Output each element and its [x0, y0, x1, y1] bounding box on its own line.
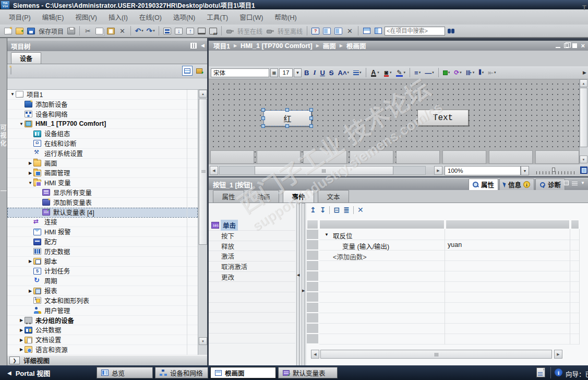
tree-item[interactable]: 在线和诊断: [7, 139, 198, 149]
menu-item-2[interactable]: 视图(V): [69, 10, 103, 24]
event-row[interactable]: [209, 292, 295, 303]
menu-item-6[interactable]: 工具(T): [201, 10, 234, 24]
cut-button[interactable]: ✂: [83, 26, 93, 36]
zoom-level-select[interactable]: 100%: [445, 166, 521, 175]
remove-split-button[interactable]: ✕: [345, 26, 355, 36]
scroll-right-icon[interactable]: ▶: [554, 350, 562, 359]
tree-item[interactable]: 用户管理: [7, 306, 198, 316]
start-simulation-button[interactable]: [208, 26, 218, 36]
project-search-input[interactable]: [385, 27, 445, 35]
font-size-dropdown-icon[interactable]: ▼: [294, 68, 302, 77]
close-icon[interactable]: ×: [581, 43, 585, 48]
expand-all-button[interactable]: ⊟: [333, 206, 340, 214]
panel-list-icon[interactable]: [572, 181, 578, 185]
tree-item[interactable]: ▶语言和资源: [7, 345, 198, 355]
row-gutter-cell[interactable]: [307, 324, 318, 334]
window-restore-button[interactable]: [322, 26, 332, 36]
tree-item[interactable]: 计划任务: [7, 267, 198, 277]
canvas-vertical-scrollbar[interactable]: ▲▼: [579, 79, 588, 164]
row-gutter-cell[interactable]: [307, 313, 318, 323]
view-tab-2[interactable]: 诊断: [535, 179, 565, 190]
zoom-dropdown-icon[interactable]: ▼: [521, 166, 529, 175]
tree-item[interactable]: ▼HMI 变量: [7, 178, 198, 188]
more-tools-icon[interactable]: ▶: [583, 70, 586, 75]
tree-expander-icon[interactable]: ▶: [27, 161, 33, 165]
redo-button[interactable]: ↷▾: [146, 26, 155, 36]
tree-expander-icon[interactable]: ▶: [18, 338, 25, 342]
collapse-right-icon[interactable]: ▶: [302, 289, 305, 293]
row-gutter-cell[interactable]: [307, 230, 318, 240]
export-button[interactable]: [194, 66, 205, 76]
tree-expander-icon[interactable]: ▼: [18, 122, 25, 126]
border-color-button[interactable]: ✎▾: [394, 69, 407, 76]
tree-item[interactable]: ▶画面: [7, 159, 198, 169]
paste-button[interactable]: [106, 26, 116, 36]
scroll-left-icon[interactable]: ◀: [311, 350, 319, 359]
table-scroll-thumb[interactable]: [320, 350, 552, 359]
strikethrough-button[interactable]: S: [328, 69, 335, 77]
menu-item-3[interactable]: 插入(I): [103, 10, 134, 24]
collapse-panel-icon[interactable]: ◀: [201, 43, 205, 49]
menu-item-8[interactable]: 帮助(H): [269, 10, 302, 24]
tree-item[interactable]: 运行系统设置: [7, 149, 198, 159]
columns-icon[interactable]: [190, 43, 197, 49]
taskbar-button-3[interactable]: 默认变量表: [278, 367, 338, 378]
portal-view-button[interactable]: ◀ Portal 视图: [7, 368, 50, 378]
table-header-cell[interactable]: [571, 220, 579, 229]
event-row[interactable]: [209, 323, 295, 334]
row-gutter-cell[interactable]: [307, 240, 318, 250]
tree-item[interactable]: ▶报表: [7, 286, 198, 296]
tab-3[interactable]: 文本: [318, 190, 349, 203]
details-view-bar[interactable]: ❯ 详细视图: [7, 355, 207, 365]
maximize-icon[interactable]: [572, 43, 577, 48]
tree-item[interactable]: ▶公共数据: [7, 325, 198, 335]
menu-item-7[interactable]: 窗口(W): [234, 10, 269, 24]
scroll-left-icon[interactable]: ◀: [210, 166, 218, 175]
tree-scroll-thumb[interactable]: [199, 99, 207, 245]
tab-0[interactable]: 属性: [213, 190, 244, 203]
menu-item-1[interactable]: 编辑(E): [37, 10, 70, 24]
rotate-button[interactable]: ⟳▾: [452, 69, 463, 76]
tree-item[interactable]: 添加新变量表: [7, 198, 198, 208]
screen-canvas[interactable]: 红Text: [209, 79, 579, 164]
splitter-bar[interactable]: [302, 203, 305, 366]
object-color-button[interactable]: ▾: [441, 70, 452, 75]
row-gutter-cell[interactable]: [307, 251, 318, 260]
devices-tab[interactable]: 设备: [11, 52, 41, 64]
font-size-select[interactable]: 17: [279, 68, 293, 77]
tree-item[interactable]: 默认变量表 [4]: [7, 208, 198, 218]
tab-1[interactable]: 动画: [248, 190, 279, 203]
group-expander-icon[interactable]: ▼: [325, 232, 329, 237]
view-tab-0[interactable]: 属性: [469, 179, 498, 190]
canvas-scroll-thumb[interactable]: [255, 166, 393, 175]
download-button[interactable]: [174, 26, 184, 36]
breadcrumb-segment[interactable]: 项目1: [213, 41, 230, 51]
collapse-all-button[interactable]: ≣: [343, 206, 350, 214]
tree-item[interactable]: 周期: [7, 276, 198, 286]
tree-item[interactable]: 配方: [7, 237, 198, 247]
tree-item[interactable]: 添加新设备: [7, 100, 198, 110]
save-project-label[interactable]: 保存项目: [38, 27, 65, 35]
event-row[interactable]: [209, 282, 295, 292]
scroll-up-icon[interactable]: ▲: [199, 90, 207, 98]
event-row[interactable]: 激活: [209, 251, 295, 262]
breadcrumb-segment[interactable]: 根画面: [346, 41, 366, 51]
online-diagnostics-button[interactable]: [310, 26, 320, 36]
align-objects-button[interactable]: ⊪▾: [464, 69, 476, 77]
upload-button[interactable]: [185, 26, 195, 36]
line-style-button[interactable]: ≡▾: [413, 69, 422, 77]
canvas-vscroll-thumb[interactable]: [580, 88, 587, 147]
font-color-button[interactable]: A▾: [369, 69, 381, 76]
print-button[interactable]: [66, 26, 76, 36]
row-gutter-cell[interactable]: [307, 261, 318, 271]
menu-item-5[interactable]: 选项(N): [167, 10, 201, 24]
fit-to-window-icon[interactable]: [580, 167, 587, 174]
table-header-cell[interactable]: [307, 220, 318, 229]
delete-function-button[interactable]: ✕: [357, 206, 364, 214]
tree-item[interactable]: 显示所有变量: [7, 188, 198, 198]
font-list-icon[interactable]: ▦: [270, 68, 278, 77]
zoom-slider-handle[interactable]: [552, 168, 555, 172]
undo-button[interactable]: ↶▾: [134, 26, 144, 36]
event-row[interactable]: 更改: [209, 272, 295, 282]
scroll-right-icon[interactable]: ▶: [434, 166, 442, 175]
